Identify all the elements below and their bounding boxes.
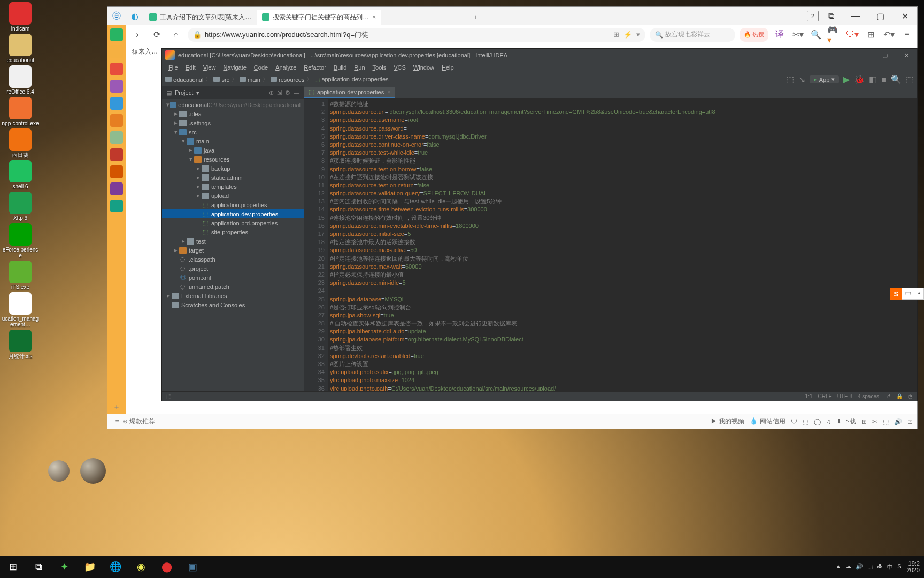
tree-node[interactable]: ▾src: [162, 127, 304, 136]
tray-icon[interactable]: ▲: [835, 563, 841, 571]
status-item[interactable]: 🛡: [791, 418, 797, 425]
tree-node[interactable]: Scratches and Consoles: [162, 300, 304, 309]
sidebar-app-icon[interactable]: [110, 148, 123, 161]
status-item[interactable]: ⊡: [907, 418, 913, 425]
stop-button[interactable]: ■: [881, 75, 887, 85]
desktop-icon[interactable]: educational: [0, 34, 41, 63]
tray-icon[interactable]: 中: [887, 563, 893, 571]
dropdown-icon[interactable]: ▾: [636, 31, 640, 39]
qr-icon[interactable]: ⊞: [613, 31, 619, 39]
git-branch-icon[interactable]: ⎇: [884, 393, 891, 399]
tree-node[interactable]: ⬚site.properties: [162, 227, 304, 237]
tree-node[interactable]: ▸backup: [162, 164, 304, 173]
sidebar-app-icon[interactable]: [110, 63, 123, 75]
taskbar-clock[interactable]: 19:22020: [907, 560, 920, 573]
game-icon[interactable]: 🎮▾: [827, 28, 841, 42]
taskbar-button[interactable]: ✦: [51, 556, 77, 578]
status-item[interactable]: ⬚: [883, 418, 889, 425]
search-everywhere-icon[interactable]: 🔍: [891, 74, 902, 85]
tree-node[interactable]: ⓜpom.xml: [162, 273, 304, 282]
tray-icon[interactable]: 🔊: [856, 563, 863, 571]
menu-build[interactable]: Build: [330, 63, 350, 72]
memory-indicator[interactable]: ◔: [908, 393, 913, 399]
tree-node[interactable]: ▸.settings: [162, 118, 304, 127]
status-item[interactable]: ⊞: [861, 418, 867, 425]
sidebar-app-icon[interactable]: [110, 97, 123, 110]
bolt-icon[interactable]: ⚡: [623, 31, 632, 39]
desktop-icon[interactable]: ucation_management…: [0, 292, 41, 328]
tree-node[interactable]: ▸static.admin: [162, 173, 304, 182]
sidebar-app-icon[interactable]: [110, 80, 123, 93]
forward-button[interactable]: ›: [130, 27, 145, 42]
tree-node[interactable]: ▸External Libraries: [162, 291, 304, 300]
desktop-icon[interactable]: iTS.exe: [0, 261, 41, 290]
taskbar-button[interactable]: ⧉: [26, 556, 51, 578]
new-tab-button[interactable]: +: [468, 10, 483, 25]
menu-tools[interactable]: Tools: [369, 63, 390, 72]
tree-node[interactable]: ▸templates: [162, 182, 304, 191]
tree-node[interactable]: ◌.classpath: [162, 255, 304, 264]
tree-node[interactable]: ▾resources: [162, 155, 304, 164]
menu-view[interactable]: View: [200, 63, 219, 72]
status-item[interactable]: ⬇ 下载: [836, 417, 856, 426]
tree-node[interactable]: ◌unnamed.patch: [162, 282, 304, 291]
hamburger-icon[interactable]: ≡: [900, 28, 914, 42]
tray-icon[interactable]: ☁: [845, 563, 851, 571]
desktop-icon[interactable]: 月统计.xls: [0, 330, 41, 359]
desktop-icon[interactable]: reOffice 6.4: [0, 65, 41, 95]
code-editor[interactable]: 1234567891011121314151617181920212223242…: [304, 99, 917, 391]
sidebar-app-icon[interactable]: [110, 200, 123, 212]
tree-node[interactable]: ⬚application-prd.properties: [162, 218, 304, 227]
tree-node[interactable]: ▸target: [162, 246, 304, 255]
run-button[interactable]: ▶: [843, 74, 850, 85]
tray-icon[interactable]: ⬚: [867, 563, 873, 571]
shield-icon[interactable]: 🛡▾: [845, 28, 859, 42]
close-tab-icon[interactable]: ×: [387, 89, 390, 95]
status-item[interactable]: ◯: [814, 418, 821, 425]
status-item[interactable]: ▶ 我的视频: [711, 417, 744, 426]
browser-tab[interactable]: 工具介绍下的文章列表[猿来入…: [144, 10, 257, 25]
menu-edit[interactable]: Edit: [182, 63, 199, 72]
apps-icon[interactable]: ⊞: [864, 28, 877, 42]
ime-indicator[interactable]: S 中 •: [890, 288, 924, 300]
taskbar-button[interactable]: ⬤: [154, 556, 180, 578]
menu-window[interactable]: Window: [410, 63, 437, 72]
status-left[interactable]: ⊕ 爆款推荐: [122, 417, 155, 426]
menu-vcs[interactable]: VCS: [390, 63, 409, 72]
tree-node[interactable]: ▾main: [162, 136, 304, 146]
sidebar-app-icon[interactable]: [110, 45, 123, 58]
tree-node[interactable]: ▸upload: [162, 191, 304, 200]
zoom-icon[interactable]: 🔍: [809, 28, 823, 42]
menu-file[interactable]: File: [165, 63, 181, 72]
browser-ext-icon[interactable]: ◐: [126, 7, 144, 25]
taskbar-button[interactable]: ◉: [128, 556, 154, 578]
tree-node[interactable]: ▸java: [162, 146, 304, 155]
menu-analyze[interactable]: Analyze: [272, 63, 299, 72]
desktop-icon[interactable]: npp-control.exe: [0, 97, 41, 126]
file-encoding[interactable]: UTF-8: [837, 393, 852, 399]
sidebar-app-icon[interactable]: [110, 114, 123, 127]
reload-button[interactable]: ⟳: [149, 27, 164, 42]
menu-code[interactable]: Code: [251, 63, 271, 72]
ide-minimize-button[interactable]: —: [853, 46, 874, 64]
tree-node[interactable]: ▸test: [162, 237, 304, 246]
settings-icon[interactable]: ⬚: [906, 74, 914, 85]
tree-node[interactable]: ⬚application.properties: [162, 200, 304, 209]
lock-icon[interactable]: 🔒: [896, 393, 903, 399]
line-separator[interactable]: CRLF: [818, 393, 832, 399]
sidebar-app-icon[interactable]: [110, 131, 123, 144]
ide-maximize-button[interactable]: ▢: [874, 46, 896, 64]
hide-icon[interactable]: —: [294, 89, 299, 96]
indent-setting[interactable]: 4 spaces: [858, 393, 879, 399]
desktop-icon[interactable]: eForce perience: [0, 223, 41, 258]
status-item[interactable]: ✂: [872, 418, 877, 425]
ide-close-button[interactable]: ✕: [896, 46, 917, 64]
close-button[interactable]: ✕: [892, 7, 917, 25]
project-header[interactable]: ▤Project▾ ⊕⇲⚙—: [162, 86, 304, 99]
taskbar-button[interactable]: 📁: [77, 556, 103, 578]
browser-tab[interactable]: 搜索关键字门徒关键字的商品列…×: [257, 10, 381, 25]
status-item[interactable]: ♫: [826, 418, 831, 425]
menu-help[interactable]: Help: [438, 63, 457, 72]
taskbar-button[interactable]: ⊞: [0, 556, 26, 578]
desktop-icon[interactable]: 向日葵: [0, 128, 41, 158]
